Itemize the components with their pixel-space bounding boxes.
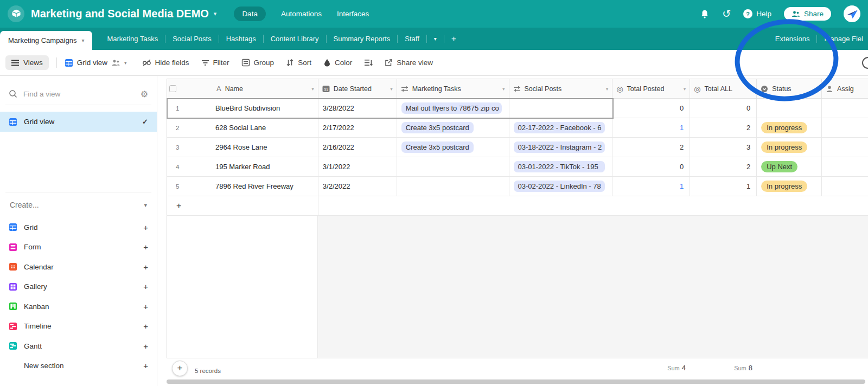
status-pill[interactable]: In progress xyxy=(761,181,807,192)
date-cell[interactable]: 2/17/2022 xyxy=(318,118,397,137)
table-row[interactable]: 5 7896 Red River Freeway 3/2/2022 03-02-… xyxy=(167,177,868,196)
total-all-cell[interactable]: 3 xyxy=(690,138,757,157)
date-cell[interactable]: 3/2/2022 xyxy=(318,177,397,196)
marketing-tasks-cell[interactable] xyxy=(397,157,509,176)
marketing-tasks-cell[interactable]: Mail out flyers to 78675 zip co xyxy=(397,99,509,118)
linked-record-pill[interactable]: 03-18-2022 - Instagram - 2 xyxy=(514,141,605,153)
assign-cell[interactable] xyxy=(822,138,868,157)
social-posts-cell[interactable]: 03-18-2022 - Instagram - 2 xyxy=(509,138,613,157)
status-cell[interactable]: In progress xyxy=(757,118,822,137)
manage-fields-button[interactable]: Manage Fiel xyxy=(817,35,868,43)
add-record-button[interactable]: + xyxy=(172,361,188,376)
marketing-tasks-cell[interactable]: Create 3x5 postcard xyxy=(397,118,509,137)
column-header-marketing-tasks[interactable]: Marketing Tasks ▾ xyxy=(397,79,509,98)
column-chevron-icon[interactable]: ▾ xyxy=(390,86,393,92)
column-chevron-icon[interactable]: ▾ xyxy=(750,86,753,92)
user-avatar[interactable] xyxy=(844,5,860,22)
column-chevron-icon[interactable]: ▾ xyxy=(606,86,609,92)
nav-tab-data[interactable]: Data xyxy=(234,7,266,21)
create-grid-item[interactable]: Grid + xyxy=(0,217,157,237)
airtable-logo[interactable] xyxy=(8,5,24,22)
collapse-chevron-icon[interactable]: ▾ xyxy=(144,202,147,209)
tab-marketing-campaigns[interactable]: Marketing Campaigns ▾ xyxy=(0,31,92,50)
views-sidebar-toggle[interactable]: Views xyxy=(5,55,49,70)
add-icon[interactable]: + xyxy=(143,302,148,311)
create-kanban-item[interactable]: Kanban + xyxy=(0,297,157,317)
tab-marketing-tasks[interactable]: Marketing Tasks xyxy=(100,35,165,43)
sidebar-view-grid-view[interactable]: Grid view ✓ xyxy=(0,112,157,132)
group-button[interactable]: Group xyxy=(241,59,275,67)
column-header-total-posted[interactable]: ◎ Total Posted ▾ xyxy=(612,79,690,98)
add-icon[interactable]: + xyxy=(143,321,148,331)
total-all-cell[interactable]: 1 xyxy=(690,177,757,196)
tab-content-library[interactable]: Content Library xyxy=(264,35,326,43)
add-row[interactable]: + xyxy=(167,196,868,216)
column-chevron-icon[interactable]: ▾ xyxy=(815,86,818,92)
column-chevron-icon[interactable]: ▾ xyxy=(502,86,505,92)
current-view-selector[interactable]: Grid view ▾ xyxy=(65,59,127,67)
tab-hashtags[interactable]: Hashtags xyxy=(219,35,263,43)
create-gallery-item[interactable]: Gallery + xyxy=(0,277,157,297)
linked-record-pill[interactable]: Create 3x5 postcard xyxy=(401,122,474,133)
table-row[interactable]: 3 2964 Rose Lane 2/16/2022 Create 3x5 po… xyxy=(167,138,868,157)
horizontal-scrollbar[interactable] xyxy=(167,379,865,384)
total-posted-cell[interactable]: 0 xyxy=(612,157,690,176)
status-cell[interactable]: In progress xyxy=(757,177,822,196)
status-cell[interactable]: Up Next xyxy=(757,157,822,176)
date-cell[interactable]: 3/1/2022 xyxy=(318,157,397,176)
linked-record-pill[interactable]: Create 3x5 postcard xyxy=(401,141,474,153)
status-cell[interactable] xyxy=(757,99,822,118)
marketing-tasks-cell[interactable]: Create 3x5 postcard xyxy=(397,138,509,157)
date-cell[interactable]: 3/28/2022 xyxy=(318,99,397,118)
create-section-header[interactable]: Create... ▾ xyxy=(0,192,157,217)
add-icon[interactable]: + xyxy=(143,282,148,291)
assign-cell[interactable] xyxy=(822,99,868,118)
assign-cell[interactable] xyxy=(822,177,868,196)
table-row[interactable]: 1 BlueBird Subdivision 3/28/2022 Mail ou… xyxy=(167,99,868,118)
row-height-button[interactable] xyxy=(364,59,373,67)
add-table-button[interactable]: + xyxy=(444,34,463,44)
create-gantt-item[interactable]: Gantt + xyxy=(0,336,157,356)
sort-button[interactable]: Sort xyxy=(286,59,311,67)
notifications-bell-icon[interactable] xyxy=(700,9,710,19)
nav-tab-interfaces[interactable]: Interfaces xyxy=(337,10,369,18)
nav-tab-automations[interactable]: Automations xyxy=(281,10,322,18)
select-all-checkbox[interactable] xyxy=(169,85,176,92)
hide-fields-button[interactable]: Hide fields xyxy=(142,59,189,67)
add-icon[interactable]: + xyxy=(143,342,148,351)
tab-staff[interactable]: Staff xyxy=(398,35,426,43)
create-timeline-item[interactable]: Timeline + xyxy=(0,317,157,337)
marketing-tasks-cell[interactable] xyxy=(397,177,509,196)
add-icon[interactable]: + xyxy=(143,361,148,370)
tab-summary-reports[interactable]: Summary Reports xyxy=(327,35,398,43)
column-header-date-started[interactable]: 31 Date Started ▾ xyxy=(318,79,397,98)
extensions-button[interactable]: Extensions xyxy=(768,35,817,43)
assign-cell[interactable] xyxy=(822,118,868,137)
total-all-cell[interactable]: 2 xyxy=(690,157,757,176)
status-cell[interactable]: In progress xyxy=(757,138,822,157)
add-icon[interactable]: + xyxy=(143,242,148,252)
linked-record-pill[interactable]: Mail out flyers to 78675 zip co xyxy=(401,102,502,114)
social-posts-cell[interactable]: 02-17-2022 - Facebook - 6 xyxy=(509,118,613,137)
linked-record-pill[interactable]: 03-02-2022 - LinkedIn - 78 xyxy=(514,181,605,192)
table-row[interactable]: 2 628 Social Lane 2/17/2022 Create 3x5 p… xyxy=(167,118,868,138)
name-cell[interactable]: 7896 Red River Freeway xyxy=(188,177,318,196)
add-icon[interactable]: + xyxy=(143,262,148,272)
add-icon[interactable]: + xyxy=(143,223,148,232)
total-posted-cell[interactable]: 1 xyxy=(612,177,690,196)
history-icon[interactable]: ↺ xyxy=(722,9,731,19)
base-title-chevron-icon[interactable]: ▾ xyxy=(214,10,217,17)
share-button[interactable]: Share xyxy=(784,7,831,21)
status-pill[interactable]: Up Next xyxy=(761,161,797,172)
column-header-total-all[interactable]: ◎ Total ALL ▾ xyxy=(690,79,757,98)
date-cell[interactable]: 2/16/2022 xyxy=(318,138,397,157)
name-cell[interactable]: 628 Social Lane xyxy=(188,118,318,137)
color-button[interactable]: Color xyxy=(323,59,352,67)
help-button[interactable]: ? Help xyxy=(743,9,771,18)
filter-button[interactable]: Filter xyxy=(201,59,229,67)
tab-chevron-icon[interactable]: ▾ xyxy=(81,37,84,43)
social-posts-cell[interactable]: 03-01-2022 - TikTok - 195 xyxy=(509,157,613,176)
add-row-plus[interactable]: + xyxy=(167,196,318,215)
create-calendar-item[interactable]: Calendar + xyxy=(0,257,157,277)
create-new-section-item[interactable]: New section + xyxy=(0,356,157,376)
